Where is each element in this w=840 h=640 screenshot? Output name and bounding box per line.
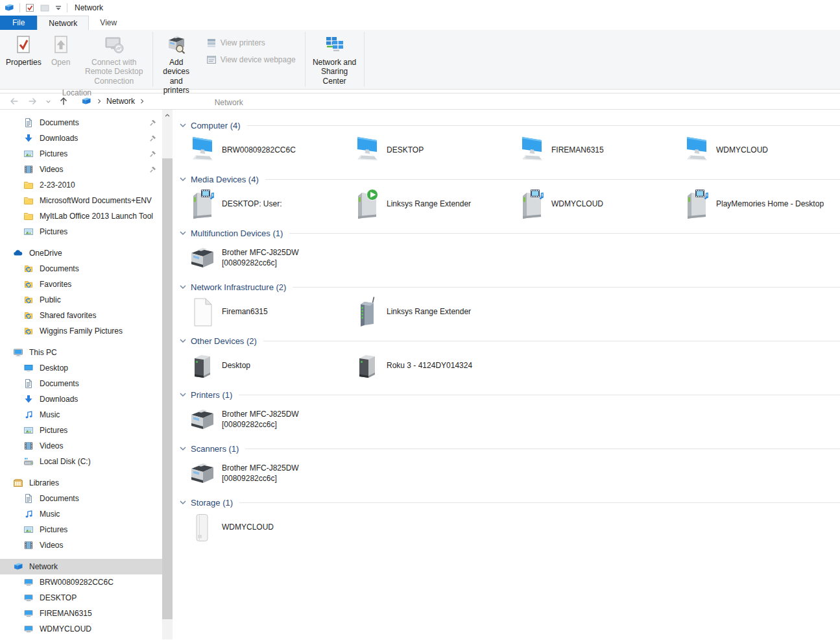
divider bbox=[19, 3, 20, 12]
sidebar-item-favorites[interactable]: Favorites bbox=[0, 277, 162, 292]
sidebar-item-documents[interactable]: Documents bbox=[0, 491, 162, 506]
recent-locations-chevron-icon[interactable] bbox=[43, 94, 53, 108]
ribbon-group-network: Add devices and printers View printers V… bbox=[153, 30, 305, 89]
section-header[interactable]: Multifunction Devices (1) bbox=[178, 227, 840, 240]
sidebar-item-downloads[interactable]: Downloads bbox=[0, 391, 162, 407]
sidebar-item-videos[interactable]: Videos bbox=[0, 537, 162, 553]
device-item-wdmycloud[interactable]: WDMYCLOUD bbox=[188, 511, 353, 543]
section-header[interactable]: Network Infrastructure (2) bbox=[178, 280, 840, 293]
scrollbar-thumb[interactable] bbox=[162, 158, 173, 619]
sidebar-item-2-23-2010[interactable]: 2-23-2010 bbox=[0, 177, 162, 193]
sidebar-item-desktop[interactable]: Desktop bbox=[0, 360, 162, 376]
network-pc-icon bbox=[23, 577, 34, 587]
device-item-fireman6315[interactable]: FIREMAN6315 bbox=[518, 134, 682, 166]
sidebar-item-label: Videos bbox=[40, 541, 63, 550]
section-header[interactable]: Media Devices (4) bbox=[178, 173, 840, 186]
sidebar-item-music[interactable]: Music bbox=[0, 506, 162, 522]
device-item-desktop[interactable]: Desktop bbox=[188, 350, 353, 382]
breadcrumb-item-network[interactable]: Network bbox=[106, 97, 135, 106]
device-item-desktop-user[interactable]: DESKTOP: User: bbox=[188, 188, 353, 220]
sidebar-item-pictures[interactable]: Pictures bbox=[0, 224, 162, 240]
network-sharing-center-button[interactable]: Network and Sharing Center bbox=[306, 32, 364, 87]
add-devices-button[interactable]: Add devices and printers bbox=[153, 32, 200, 97]
sidebar-item-pictures[interactable]: Pictures bbox=[0, 146, 162, 162]
sidebar-item-shared-favorites[interactable]: Shared favorites bbox=[0, 308, 162, 323]
sidebar-item-libraries[interactable]: Libraries bbox=[0, 475, 162, 491]
connect-remote-desktop-button[interactable]: Connect with Remote Desktop Connection bbox=[76, 32, 152, 87]
sidebar-item-this-pc[interactable]: This PC bbox=[0, 345, 162, 360]
sidebar-item-label: Pictures bbox=[40, 426, 67, 435]
view-device-webpage-button[interactable]: View device webpage bbox=[202, 54, 300, 66]
sidebar-item-network[interactable]: Network bbox=[0, 559, 162, 574]
sidebar-scrollbar[interactable] bbox=[162, 110, 173, 639]
sidebar-item-videos[interactable]: Videos bbox=[0, 162, 162, 177]
device-item-brother-mfc-j825dw[interactable]: Brother MFC-J825DW[00809282cc6c] bbox=[188, 242, 353, 274]
device-item-brother-mfc-j825dw[interactable]: Brother MFC-J825DW[00809282cc6c] bbox=[188, 404, 353, 436]
properties-button[interactable]: Properties bbox=[1, 32, 46, 68]
sidebar-item-microsoftword-documents-env[interactable]: MicrosoftWord Documents+ENV bbox=[0, 193, 162, 208]
device-name: Fireman6315 bbox=[222, 307, 268, 317]
sidebar-item-pictures[interactable]: Pictures bbox=[0, 423, 162, 438]
section-header[interactable]: Scanners (1) bbox=[178, 442, 840, 455]
open-button[interactable]: Open bbox=[46, 32, 76, 68]
section-header[interactable]: Computer (4) bbox=[178, 119, 840, 132]
sidebar-item-music[interactable]: Music bbox=[0, 407, 162, 423]
section-title: Scanners (1) bbox=[191, 444, 239, 454]
sidebar-item-onedrive[interactable]: OneDrive bbox=[0, 245, 162, 261]
qat-new-folder-icon[interactable] bbox=[40, 3, 50, 13]
section-header[interactable]: Storage (1) bbox=[178, 496, 840, 509]
device-item-linksys-range-extender[interactable]: Linksys Range Extender bbox=[353, 296, 518, 328]
device-item-playmemories-home-desktop[interactable]: PlayMemories Home - Desktop bbox=[682, 188, 840, 220]
sidebar-item-documents[interactable]: Documents bbox=[0, 376, 162, 391]
section-divider bbox=[265, 179, 840, 180]
sidebar-item-documents[interactable]: Documents bbox=[0, 261, 162, 277]
up-button[interactable] bbox=[56, 94, 71, 108]
sidebar-item-desktop[interactable]: DESKTOP bbox=[0, 590, 162, 606]
view-printers-button[interactable]: View printers bbox=[202, 37, 300, 49]
sidebar-item-label: OneDrive bbox=[29, 249, 62, 258]
sidebar-item-wdmycloud[interactable]: WDMYCLOUD bbox=[0, 621, 162, 637]
section-header[interactable]: Printers (1) bbox=[178, 388, 840, 401]
qat-customize-chevron-icon[interactable] bbox=[54, 4, 62, 12]
sidebar-item-label: Public bbox=[40, 295, 61, 304]
sidebar-item-label: Documents bbox=[40, 494, 79, 503]
view-device-webpage-icon bbox=[206, 55, 217, 65]
sidebar-item-wiggins-family-pictures[interactable]: Wiggins Family Pictures bbox=[0, 323, 162, 339]
forward-button[interactable] bbox=[25, 94, 40, 108]
sidebar-item-pictures[interactable]: Pictures bbox=[0, 522, 162, 537]
sidebar-item-public[interactable]: Public bbox=[0, 292, 162, 308]
section-chevron-icon bbox=[178, 497, 188, 508]
chevron-right-icon bbox=[139, 97, 145, 105]
desktop-icon bbox=[23, 363, 34, 373]
tab-view[interactable]: View bbox=[89, 16, 128, 30]
window-title: Network bbox=[75, 3, 103, 12]
sidebar-item-myitlab-office-2013-launch-tool[interactable]: MyItLab Office 2013 Launch Tool bbox=[0, 208, 162, 224]
back-button[interactable] bbox=[6, 94, 22, 108]
device-item-wdmycloud[interactable]: WDMYCLOUD bbox=[682, 134, 840, 166]
pictures-icon bbox=[23, 524, 34, 535]
device-name: Linksys Range Extender bbox=[387, 307, 471, 317]
pin-icon bbox=[149, 166, 157, 173]
device-name: PlayMemories Home - Desktop bbox=[716, 199, 824, 210]
tab-network[interactable]: Network bbox=[37, 16, 89, 30]
sidebar-item-documents[interactable]: Documents bbox=[0, 115, 162, 130]
device-item-fireman6315[interactable]: Fireman6315 bbox=[188, 296, 353, 328]
breadcrumb[interactable]: Network bbox=[80, 96, 145, 106]
section-header[interactable]: Other Devices (2) bbox=[178, 334, 840, 347]
device-item-wdmycloud[interactable]: WDMYCLOUD bbox=[518, 188, 682, 220]
scrollbar-up-arrow-icon[interactable] bbox=[162, 110, 173, 121]
sidebar-item-local-disk-c[interactable]: Local Disk (C:) bbox=[0, 454, 162, 469]
device-item-label: Brother MFC-J825DW[00809282cc6c] bbox=[222, 248, 299, 268]
sidebar-item-videos[interactable]: Videos bbox=[0, 438, 162, 454]
device-item-desktop[interactable]: DESKTOP bbox=[353, 134, 518, 166]
device-item-linksys-range-extender[interactable]: Linksys Range Extender bbox=[353, 188, 518, 220]
sidebar-item-brw00809282cc6c[interactable]: BRW00809282CC6C bbox=[0, 574, 162, 590]
device-item-brother-mfc-j825dw[interactable]: Brother MFC-J825DW[00809282cc6c] bbox=[188, 458, 353, 489]
device-item-roku-3-4124dy014324[interactable]: Roku 3 - 4124DY014324 bbox=[353, 350, 518, 382]
sidebar-item-downloads[interactable]: Downloads bbox=[0, 130, 162, 146]
device-item-brw00809282cc6c[interactable]: BRW00809282CC6C bbox=[188, 134, 353, 166]
sidebar-item-fireman6315[interactable]: FIREMAN6315 bbox=[0, 606, 162, 621]
media-device-film-icon bbox=[682, 189, 711, 220]
qat-properties-icon[interactable] bbox=[25, 3, 35, 13]
tab-file[interactable]: File bbox=[0, 16, 37, 30]
